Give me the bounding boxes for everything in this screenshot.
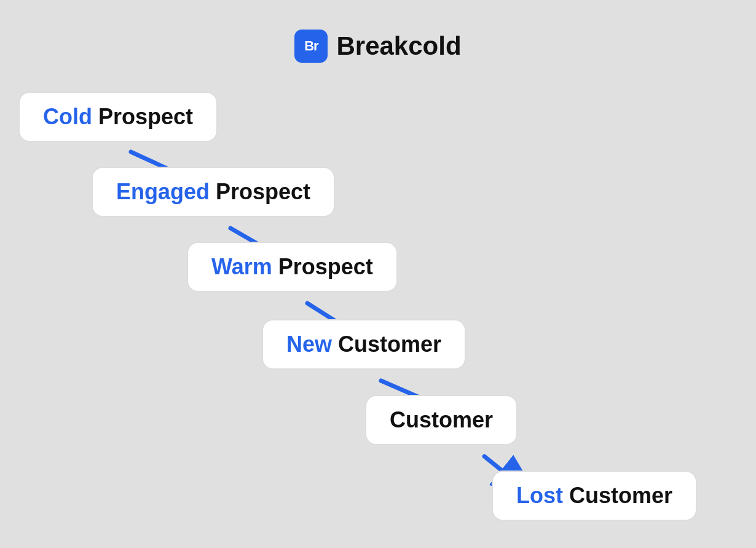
logo-icon: Br xyxy=(294,30,328,63)
stage-lost-rest: Customer xyxy=(563,483,672,508)
stage-engaged-rest: Prospect xyxy=(210,179,310,204)
header: Br Breakcold xyxy=(0,0,756,63)
stage-warm-highlight: Warm xyxy=(211,254,272,279)
stage-lost-customer: Lost Customer xyxy=(492,471,697,521)
stage-customer-text: Customer xyxy=(390,407,493,432)
stage-cold-rest: Prospect xyxy=(92,104,193,129)
stage-new-customer: New Customer xyxy=(262,319,466,370)
stage-cold-prospect: Cold Prospect xyxy=(18,92,218,142)
stage-new-rest: Customer xyxy=(332,332,441,357)
stage-cold-highlight: Cold xyxy=(43,104,92,129)
stage-new-highlight: New xyxy=(286,332,332,357)
logo-text: Br xyxy=(304,38,318,54)
stage-customer: Customer xyxy=(365,395,518,445)
stage-engaged-prospect: Engaged Prospect xyxy=(92,167,335,217)
stage-lost-highlight: Lost xyxy=(516,483,563,508)
brand-name: Breakcold xyxy=(336,31,461,61)
stage-warm-prospect: Warm Prospect xyxy=(187,242,398,292)
stage-engaged-highlight: Engaged xyxy=(116,179,210,204)
stage-warm-rest: Prospect xyxy=(272,254,373,279)
